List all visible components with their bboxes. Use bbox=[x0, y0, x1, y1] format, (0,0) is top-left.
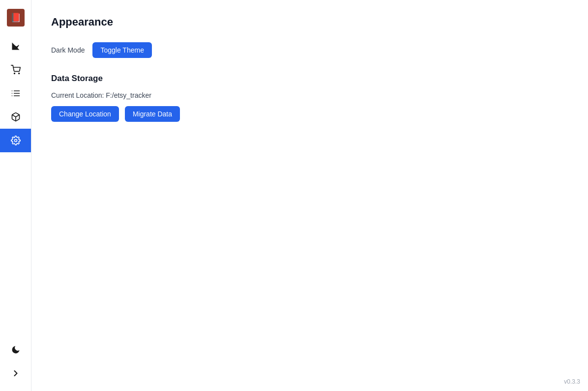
appearance-section: Dark Mode Toggle Theme bbox=[51, 42, 568, 58]
sidebar-bottom bbox=[0, 338, 31, 391]
page-title: Appearance bbox=[51, 16, 568, 28]
orders-icon bbox=[11, 88, 21, 98]
inventory-icon bbox=[11, 112, 21, 122]
sidebar-top: 📕 bbox=[0, 4, 31, 152]
storage-buttons: Change Location Migrate Data bbox=[51, 106, 568, 122]
sidebar-item-analytics[interactable] bbox=[0, 34, 31, 58]
moon-icon bbox=[11, 345, 21, 355]
data-storage-title: Data Storage bbox=[51, 74, 568, 84]
toggle-theme-button[interactable]: Toggle Theme bbox=[92, 42, 151, 58]
chart-icon bbox=[11, 41, 21, 51]
chevron-right-icon bbox=[11, 368, 21, 378]
sidebar-item-expand[interactable] bbox=[0, 362, 31, 385]
svg-point-1 bbox=[18, 73, 19, 74]
main-content: Appearance Dark Mode Toggle Theme Data S… bbox=[31, 0, 588, 391]
sidebar-item-inventory[interactable] bbox=[0, 105, 31, 129]
gear-icon bbox=[11, 136, 21, 145]
svg-point-0 bbox=[14, 73, 15, 74]
app-logo: 📕 bbox=[7, 9, 25, 27]
current-location-value: F:/etsy_tracker bbox=[106, 91, 151, 99]
sidebar-item-settings[interactable] bbox=[0, 129, 31, 152]
cart-icon bbox=[11, 65, 21, 75]
current-location-text: Current Location: F:/etsy_tracker bbox=[51, 91, 568, 99]
dark-mode-row: Dark Mode Toggle Theme bbox=[51, 42, 568, 58]
current-location-label: Current Location: bbox=[51, 91, 106, 99]
dark-mode-label: Dark Mode bbox=[51, 46, 85, 54]
sidebar-item-theme[interactable] bbox=[0, 338, 31, 362]
sidebar-item-orders[interactable] bbox=[0, 82, 31, 105]
data-storage-section: Data Storage Current Location: F:/etsy_t… bbox=[51, 74, 568, 122]
sidebar-item-cart[interactable] bbox=[0, 58, 31, 82]
svg-point-9 bbox=[14, 140, 17, 142]
migrate-data-button[interactable]: Migrate Data bbox=[125, 106, 180, 122]
version-text: v0.3.3 bbox=[564, 378, 580, 385]
sidebar: 📕 bbox=[0, 0, 31, 391]
logo-icon: 📕 bbox=[10, 12, 21, 23]
change-location-button[interactable]: Change Location bbox=[51, 106, 119, 122]
